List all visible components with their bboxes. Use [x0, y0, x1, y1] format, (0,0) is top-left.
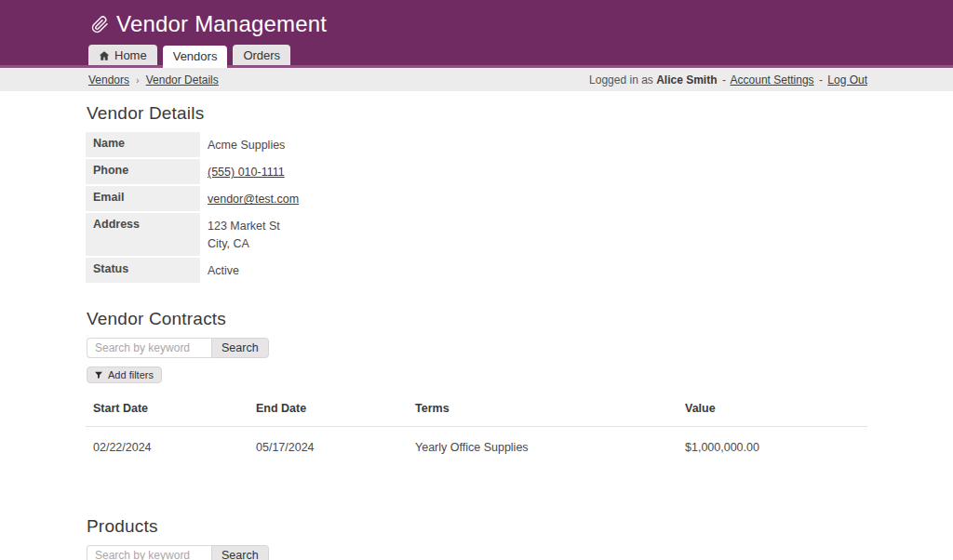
detail-label: Email — [86, 186, 200, 211]
contract-cell-terms: Yearly Office Supplies — [408, 427, 678, 467]
main-content: Vendor Details Name Acme Supplies Phone … — [86, 91, 867, 560]
contracts-col-end-date: End Date — [248, 393, 408, 427]
email-link[interactable]: vendor@test.com — [208, 193, 299, 206]
filter-icon — [94, 370, 103, 380]
detail-row-name: Name Acme Supplies — [86, 132, 476, 157]
tab-vendors-label: Vendors — [173, 49, 218, 63]
detail-label: Phone — [86, 159, 200, 184]
products-search-button[interactable]: Search — [211, 545, 269, 560]
contract-cell-value: $1,000,000.00 — [678, 427, 867, 467]
home-icon — [99, 50, 110, 61]
tab-orders-label: Orders — [243, 48, 280, 62]
detail-value-phone: (555) 010-1111 — [200, 159, 292, 184]
products-heading: Products — [86, 516, 867, 537]
logout-link[interactable]: Log Out — [827, 73, 867, 87]
products-search-row: Search — [86, 545, 867, 560]
contracts-col-start-date: Start Date — [86, 393, 248, 427]
chevron-right-icon: › — [136, 74, 140, 86]
session-prefix: Logged in as — [589, 73, 653, 87]
contract-cell-end-date: 05/17/2024 — [248, 427, 408, 467]
detail-value-address: 123 Market St City, CA — [200, 213, 288, 255]
app-header: Vendor Management Home Vendors Orders — [0, 0, 953, 68]
vendor-details-heading: Vendor Details — [86, 103, 867, 124]
primary-tabs: Home Vendors Orders — [88, 45, 290, 68]
detail-row-address: Address 123 Market St City, CA — [86, 213, 476, 255]
detail-row-status: Status Active — [86, 258, 476, 283]
tab-orders[interactable]: Orders — [233, 45, 290, 65]
paperclip-icon — [91, 16, 109, 33]
session-user: Alice Smith — [656, 73, 717, 87]
session-info: Logged in as Alice Smith - Account Setti… — [589, 73, 867, 87]
contracts-search-input[interactable] — [87, 338, 211, 358]
breadcrumb-link-vendor-details[interactable]: Vendor Details — [146, 73, 219, 87]
contracts-search-button[interactable]: Search — [211, 338, 269, 358]
detail-label: Status — [86, 258, 200, 283]
products-search-input[interactable] — [87, 545, 211, 560]
detail-value-email: vendor@test.com — [200, 186, 306, 211]
phone-link[interactable]: (555) 010-1111 — [208, 166, 285, 179]
tab-home-label: Home — [114, 48, 147, 62]
vendor-contracts-heading: Vendor Contracts — [86, 309, 867, 329]
detail-row-phone: Phone (555) 010-1111 — [86, 159, 476, 184]
contracts-search-row: Search — [86, 338, 867, 358]
contracts-col-value: Value — [678, 393, 867, 427]
tab-vendors[interactable]: Vendors — [163, 46, 228, 68]
detail-row-email: Email vendor@test.com — [86, 186, 476, 211]
contract-cell-start-date: 02/22/2024 — [86, 427, 248, 467]
contracts-add-filters-button[interactable]: Add filters — [87, 367, 162, 383]
vendor-details-table: Name Acme Supplies Phone (555) 010-1111 … — [86, 132, 476, 283]
contracts-col-terms: Terms — [408, 393, 678, 427]
detail-value-name: Acme Supplies — [200, 132, 292, 157]
page-title: Vendor Management — [116, 11, 327, 37]
detail-label: Address — [86, 213, 200, 255]
tab-home[interactable]: Home — [88, 45, 157, 65]
breadcrumb-link-vendors[interactable]: Vendors — [88, 73, 129, 87]
contracts-table: Start Date End Date Terms Value 02/22/20… — [86, 393, 867, 467]
detail-value-status: Active — [200, 258, 247, 283]
breadcrumb: Vendors › Vendor Details — [86, 73, 219, 87]
add-filters-label: Add filters — [108, 369, 154, 380]
account-settings-link[interactable]: Account Settings — [731, 73, 814, 87]
app-title-row: Vendor Management — [86, 0, 867, 37]
detail-label: Name — [86, 132, 200, 157]
breadcrumb-bar: Vendors › Vendor Details Logged in as Al… — [0, 68, 953, 91]
